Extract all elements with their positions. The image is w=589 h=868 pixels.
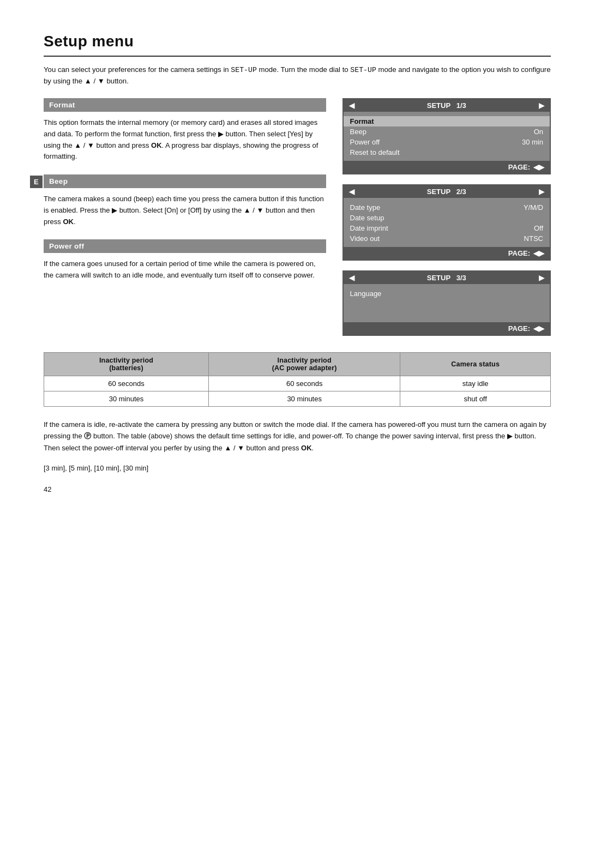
lcd-header-3: ◀ SETUP 3/3 ▶ bbox=[344, 272, 550, 284]
lcd-panel-1: ◀ SETUP 1/3 ▶ Format Beep On Power off 3… bbox=[342, 98, 551, 174]
table-cell-ac-2: 30 minutes bbox=[209, 391, 400, 406]
table-header-batteries: Inactivity period(batteries) bbox=[44, 352, 209, 376]
lcd-title-3: SETUP 3/3 bbox=[427, 274, 466, 282]
table-cell-batteries-2: 30 minutes bbox=[44, 391, 209, 406]
lcd-label-datesetup: Date setup bbox=[350, 214, 384, 222]
lcd-row-videoout: Video out NTSC bbox=[350, 233, 544, 244]
lcd-label-poweroff: Power off bbox=[350, 138, 380, 146]
lcd-body-3: Language bbox=[344, 284, 550, 322]
lcd-arrow-left-2: ◀ bbox=[349, 188, 354, 196]
format-content: This option formats the internal memory … bbox=[44, 117, 326, 162]
lcd-value-beep: On bbox=[534, 128, 543, 136]
beep-bar: Beep bbox=[44, 174, 326, 188]
power-off-content: If the camera goes unused for a certain … bbox=[44, 258, 326, 281]
lcd-label-beep: Beep bbox=[350, 128, 366, 136]
lcd-label-datetype: Date type bbox=[350, 203, 381, 212]
lcd-page-label-2: PAGE: bbox=[508, 249, 530, 257]
lcd-header-1: ◀ SETUP 1/3 ▶ bbox=[344, 99, 550, 112]
lcd-value-dateimprint: Off bbox=[534, 224, 543, 232]
page-title: Setup menu bbox=[44, 33, 551, 50]
table-row: 60 seconds 60 seconds stay idle bbox=[44, 376, 551, 391]
lcd-arrow-left-1: ◀ bbox=[349, 101, 354, 110]
right-column: ◀ SETUP 1/3 ▶ Format Beep On Power off 3… bbox=[342, 98, 551, 336]
inactivity-table: Inactivity period(batteries) Inactivity … bbox=[44, 352, 551, 407]
lcd-arrow-right-1: ▶ bbox=[539, 101, 544, 110]
format-bar: Format bbox=[44, 98, 326, 112]
lcd-page-arrows-3: ◀▶ bbox=[533, 324, 544, 333]
lcd-footer-3: PAGE: ◀▶ bbox=[344, 322, 550, 335]
lcd-label-format: Format bbox=[350, 117, 374, 125]
beep-content: The camera makes a sound (beep) each tim… bbox=[44, 194, 326, 227]
table-cell-batteries-1: 60 seconds bbox=[44, 376, 209, 391]
table-cell-ac-1: 60 seconds bbox=[209, 376, 400, 391]
lcd-label-reset: Reset to default bbox=[350, 148, 400, 156]
power-off-section: Power off If the camera goes unused for … bbox=[44, 239, 326, 281]
lcd-row-language: Language bbox=[350, 288, 544, 299]
intro-text: You can select your preferences for the … bbox=[44, 64, 551, 87]
lcd-label-dateimprint: Date imprint bbox=[350, 224, 388, 232]
page-number: 42 bbox=[44, 485, 551, 493]
lcd-row-datesetup: Date setup bbox=[350, 213, 544, 223]
lcd-value-datetype: Y/M/D bbox=[524, 203, 543, 212]
main-columns: Format This option formats the internal … bbox=[44, 98, 551, 336]
lcd-row-poweroff: Power off 30 min bbox=[350, 137, 544, 147]
lcd-label-videoout: Video out bbox=[350, 234, 380, 243]
table-header-camera-status: Camera status bbox=[400, 352, 551, 376]
table-header-ac: Inactivity period(AC power adapter) bbox=[209, 352, 400, 376]
power-off-bar: Power off bbox=[44, 239, 326, 253]
lcd-title-2: SETUP 2/3 bbox=[427, 188, 466, 196]
lcd-panel-2: ◀ SETUP 2/3 ▶ Date type Y/M/D Date setup… bbox=[342, 184, 551, 261]
lcd-page-arrows-2: ◀▶ bbox=[533, 249, 544, 257]
left-column: Format This option formats the internal … bbox=[44, 98, 326, 336]
lcd-footer-1: PAGE: ◀▶ bbox=[344, 161, 550, 173]
options-line: [3 min], [5 min], [10 min], [30 min] bbox=[44, 462, 551, 474]
lcd-arrow-right-2: ▶ bbox=[539, 188, 544, 196]
lcd-row-beep: Beep On bbox=[350, 126, 544, 137]
lcd-row-format: Format bbox=[344, 116, 550, 126]
format-section: Format This option formats the internal … bbox=[44, 98, 326, 162]
lcd-label-language: Language bbox=[350, 290, 382, 298]
lcd-panel-3: ◀ SETUP 3/3 ▶ Language PAGE: ◀▶ bbox=[342, 270, 551, 336]
lcd-row-dateimprint: Date imprint Off bbox=[350, 223, 544, 233]
beep-section: E Beep The camera makes a sound (beep) e… bbox=[44, 174, 326, 227]
lcd-footer-2: PAGE: ◀▶ bbox=[344, 247, 550, 260]
lcd-page-label-1: PAGE: bbox=[508, 163, 530, 171]
table-cell-status-2: shut off bbox=[400, 391, 551, 406]
lcd-title-1: SETUP 1/3 bbox=[427, 101, 466, 110]
lcd-value-videoout: NTSC bbox=[524, 234, 543, 243]
lcd-page-label-3: PAGE: bbox=[508, 324, 530, 333]
lcd-arrow-right-3: ▶ bbox=[539, 274, 544, 282]
table-row: 30 minutes 30 minutes shut off bbox=[44, 391, 551, 406]
lcd-row-reset: Reset to default bbox=[350, 147, 544, 158]
lcd-row-datetype: Date type Y/M/D bbox=[350, 202, 544, 213]
lcd-arrow-left-3: ◀ bbox=[349, 274, 354, 282]
lcd-value-poweroff: 30 min bbox=[522, 138, 543, 146]
lcd-page-arrows-1: ◀▶ bbox=[533, 163, 544, 171]
table-cell-status-1: stay idle bbox=[400, 376, 551, 391]
bottom-text: If the camera is idle, re-activate the c… bbox=[44, 419, 551, 454]
lcd-body-1: Format Beep On Power off 30 min Reset to… bbox=[344, 112, 550, 161]
lcd-header-2: ◀ SETUP 2/3 ▶ bbox=[344, 185, 550, 198]
lcd-body-2: Date type Y/M/D Date setup Date imprint … bbox=[344, 198, 550, 247]
e-marker: E bbox=[30, 176, 43, 188]
